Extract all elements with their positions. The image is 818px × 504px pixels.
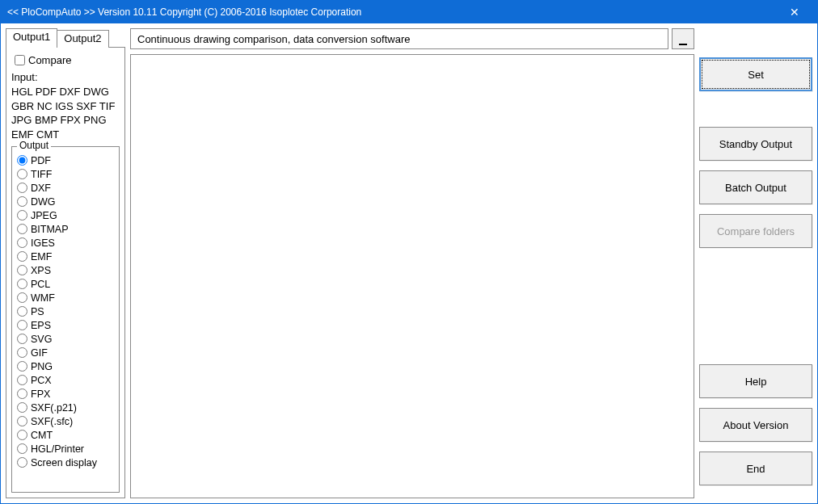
output-radio[interactable] [17, 361, 27, 372]
output-radio[interactable] [17, 320, 27, 330]
output-radio[interactable] [17, 169, 27, 179]
spacer [699, 258, 812, 355]
output-radio-item[interactable]: SXF(.sfc) [17, 414, 114, 428]
output-radio-item[interactable]: WMF [17, 291, 114, 304]
output-radio-label: EPS [31, 320, 51, 331]
help-button[interactable]: Help [699, 364, 812, 398]
input-formats: HGL PDF DXF DWG GBR NC IGS SXF TIF JPG B… [11, 85, 120, 141]
titlebar: << PloCompAuto >> Version 10.11 Copyrigh… [1, 1, 817, 23]
output-radio[interactable] [17, 279, 27, 289]
output-radio-label: Screen display [31, 457, 97, 468]
output-radio-item[interactable]: CMT [17, 428, 114, 442]
output-radio-item[interactable]: GIF [17, 346, 114, 359]
output-radio[interactable] [17, 183, 27, 193]
output-radio-item[interactable]: Screen display [17, 456, 114, 469]
output-radio-label: XPS [31, 265, 51, 276]
output-radio[interactable] [17, 251, 27, 262]
output-radio-label: GIF [31, 347, 48, 359]
output-radio[interactable] [17, 430, 27, 440]
output-radio-label: HGL/Printer [31, 443, 84, 455]
output-radio[interactable] [17, 375, 27, 385]
output-radio-item[interactable]: HGL/Printer [17, 442, 114, 456]
output-radio-label: PDF [31, 155, 51, 166]
output-radio-item[interactable]: DXF [17, 181, 114, 195]
output-radio-item[interactable]: IGES [17, 236, 114, 250]
tab-output1[interactable]: Output1 [6, 28, 57, 48]
minimize-button[interactable] [672, 28, 694, 49]
description-row: Continuous drawing comparison, data conv… [130, 28, 694, 49]
output-radio[interactable] [17, 416, 27, 426]
tab-body: Compare Input: HGL PDF DXF DWG GBR NC IG… [6, 47, 125, 498]
window-title: << PloCompAuto >> Version 10.11 Copyrigh… [7, 6, 778, 18]
output-radio-label: SXF(.p21) [31, 402, 77, 414]
input-formats-line: GBR NC IGS SXF TIF [11, 99, 120, 114]
app-window: << PloCompAuto >> Version 10.11 Copyrigh… [0, 0, 818, 504]
output-radio-label: FPX [31, 388, 50, 400]
compare-checkbox[interactable] [15, 55, 25, 65]
drawing-canvas[interactable] [130, 54, 694, 498]
output-legend: Output [17, 140, 51, 151]
standby-output-button[interactable]: Standby Output [699, 127, 812, 161]
output-radio-item[interactable]: SXF(.p21) [17, 401, 114, 414]
output-radio-label: SVG [31, 334, 52, 345]
output-radio[interactable] [17, 443, 27, 454]
output-radio-item[interactable]: PCX [17, 373, 114, 387]
output-radio-item[interactable]: PDF [17, 153, 114, 167]
end-button[interactable]: End [699, 452, 812, 485]
output-radio-item[interactable]: DWG [17, 195, 114, 208]
output-radio-label: IGES [31, 237, 55, 249]
client-area: Output1 Output2 Compare Input: HGL PDF D… [1, 23, 817, 503]
compare-checkbox-row[interactable]: Compare [15, 54, 120, 66]
description-text: Continuous drawing comparison, data conv… [137, 33, 410, 45]
output-radio[interactable] [17, 237, 27, 248]
output-groupbox: Output PDFTIFFDXFDWGJPEGBITMAPIGESEMFXPS… [11, 146, 120, 493]
output-radio-item[interactable]: PCL [17, 277, 114, 291]
spacer [699, 101, 812, 117]
output-radio-item[interactable]: JPEG [17, 208, 114, 222]
tab-output2[interactable]: Output2 [57, 30, 108, 48]
output-radio-label: SXF(.sfc) [31, 416, 73, 427]
middle-panel: Continuous drawing comparison, data conv… [130, 28, 694, 498]
description-box: Continuous drawing comparison, data conv… [130, 28, 668, 49]
output-radio-label: BITMAP [31, 224, 69, 235]
close-icon[interactable]: ✕ [778, 6, 811, 19]
output-radio-item[interactable]: BITMAP [17, 222, 114, 236]
output-radio-item[interactable]: EMF [17, 250, 114, 263]
batch-output-button[interactable]: Batch Output [699, 170, 812, 204]
about-version-button[interactable]: About Version [699, 408, 812, 442]
output-radio[interactable] [17, 155, 27, 166]
tab-strip: Output1 Output2 [6, 28, 125, 48]
output-radio-item[interactable]: PS [17, 304, 114, 318]
output-radio-label: WMF [31, 292, 55, 304]
output-radio-item[interactable]: FPX [17, 387, 114, 401]
set-button[interactable]: Set [699, 57, 812, 91]
output-radio-item[interactable]: EPS [17, 318, 114, 332]
output-radio[interactable] [17, 402, 27, 413]
minimize-icon [679, 44, 687, 45]
output-radio[interactable] [17, 347, 27, 358]
output-radio-label: PCX [31, 375, 52, 386]
output-radio[interactable] [17, 265, 27, 275]
output-radio-list: PDFTIFFDXFDWGJPEGBITMAPIGESEMFXPSPCLWMFP… [17, 153, 114, 469]
output-radio-label: EMF [31, 251, 52, 262]
output-radio-item[interactable]: TIFF [17, 167, 114, 181]
output-radio[interactable] [17, 196, 27, 207]
output-radio-item[interactable]: SVG [17, 332, 114, 346]
output-radio-label: PCL [31, 279, 50, 290]
output-radio[interactable] [17, 292, 27, 303]
output-radio-label: PNG [31, 361, 53, 372]
output-radio[interactable] [17, 210, 27, 220]
output-radio-item[interactable]: PNG [17, 359, 114, 373]
output-radio-label: TIFF [31, 169, 52, 180]
compare-folders-button: Compare folders [699, 214, 812, 248]
output-radio-label: JPEG [31, 210, 57, 221]
output-radio-label: CMT [31, 430, 53, 441]
output-radio-item[interactable]: XPS [17, 263, 114, 277]
output-radio[interactable] [17, 334, 27, 344]
input-heading: Input: [11, 71, 120, 83]
output-radio[interactable] [17, 457, 27, 468]
output-radio[interactable] [17, 388, 27, 399]
output-radio[interactable] [17, 306, 27, 317]
output-radio[interactable] [17, 224, 27, 234]
input-formats-line: HGL PDF DXF DWG [11, 85, 120, 99]
